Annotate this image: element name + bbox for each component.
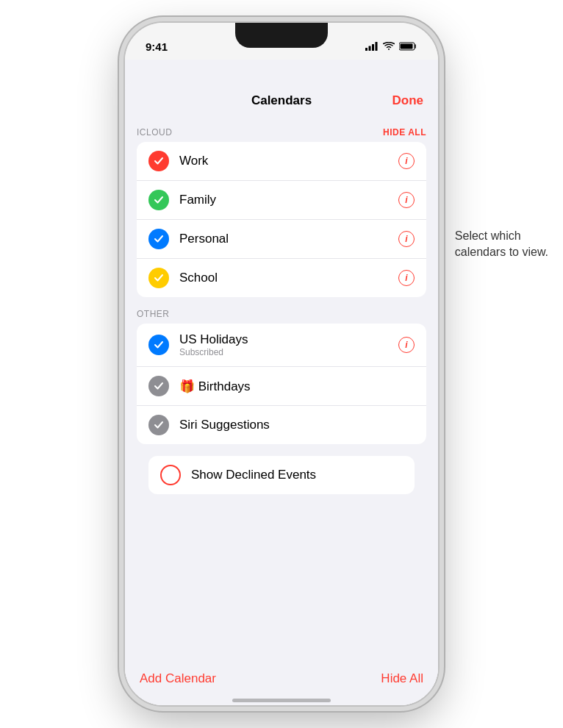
svg-rect-5 [401,44,413,49]
school-info-button[interactable]: i [398,270,415,286]
table-row[interactable]: Siri Suggestions [137,406,426,444]
usholidays-label: US Holidays [179,332,398,347]
check-icon [154,195,164,205]
family-label: Family [179,193,398,207]
home-indicator [232,699,331,702]
siri-checkbox[interactable] [148,415,169,435]
hide-all-button[interactable]: Hide All [381,671,423,686]
table-row[interactable]: Work i [137,142,426,181]
phone-wrapper: Select which calendars to view. 9:41 [0,0,563,728]
icloud-card: Work i Family i [137,142,426,297]
notch [235,23,328,48]
siri-label: Siri Suggestions [179,418,415,432]
phone-frame: 9:41 [123,21,440,707]
birthdays-label: 🎁 Birthdays [179,379,415,394]
table-row[interactable]: US Holidays Subscribed i [137,324,426,367]
work-info-button[interactable]: i [398,153,415,169]
icloud-hide-all[interactable]: HIDE ALL [383,127,426,138]
check-icon [154,234,164,244]
svg-rect-3 [376,42,378,51]
modal-sheet: Calendars Done ICLOUD HIDE ALL [125,82,438,707]
table-row[interactable]: Show Declined Events [148,456,415,494]
done-button[interactable]: Done [392,93,424,108]
status-icons [365,42,417,51]
side-button [438,170,440,229]
scroll-area[interactable]: ICLOUD HIDE ALL Work i [125,115,438,654]
usholidays-info-button[interactable]: i [398,337,415,353]
school-checkbox[interactable] [148,268,169,288]
table-row[interactable]: Family i [137,181,426,220]
status-time: 9:41 [146,40,168,53]
personal-checkbox[interactable] [148,229,169,249]
family-checkbox[interactable] [148,190,169,210]
personal-label: Personal [179,232,398,246]
nav-title: Calendars [251,93,312,108]
table-row[interactable]: Personal i [137,220,426,259]
declined-label: Show Declined Events [191,468,403,482]
check-icon [154,381,164,391]
check-icon [154,340,164,350]
usholidays-subtitle: Subscribed [179,347,398,357]
screen: Calendars Done ICLOUD HIDE ALL [125,60,438,707]
work-checkbox[interactable] [148,151,169,171]
callout-text: Select which calendars to view. [455,228,548,261]
icloud-section-header: ICLOUD HIDE ALL [125,115,438,142]
table-row[interactable]: School i [137,259,426,297]
other-label: OTHER [137,309,170,319]
family-info-button[interactable]: i [398,192,415,208]
birthdays-checkbox[interactable] [148,376,169,396]
check-icon [154,156,164,166]
declined-section: Show Declined Events [137,456,426,494]
check-icon [154,273,164,283]
other-card: US Holidays Subscribed i 🎁 [137,324,426,444]
svg-rect-2 [372,44,374,51]
nav-bar: Calendars Done [125,82,438,115]
svg-rect-0 [365,48,367,51]
declined-card: Show Declined Events [148,456,415,494]
table-row[interactable]: 🎁 Birthdays [137,367,426,406]
signal-icon [365,42,379,51]
gift-icon: 🎁 [179,379,195,393]
school-label: School [179,271,398,285]
check-icon [154,420,164,430]
svg-rect-1 [369,46,371,51]
declined-checkbox[interactable] [160,465,181,485]
icloud-label: ICLOUD [137,127,172,138]
work-label: Work [179,154,398,168]
personal-info-button[interactable]: i [398,231,415,247]
add-calendar-button[interactable]: Add Calendar [140,671,216,686]
battery-icon [399,42,417,51]
usholidays-name-wrap: US Holidays Subscribed [179,332,398,357]
other-section-header: OTHER [125,297,438,324]
usholidays-checkbox[interactable] [148,335,169,355]
wifi-icon [383,42,395,51]
